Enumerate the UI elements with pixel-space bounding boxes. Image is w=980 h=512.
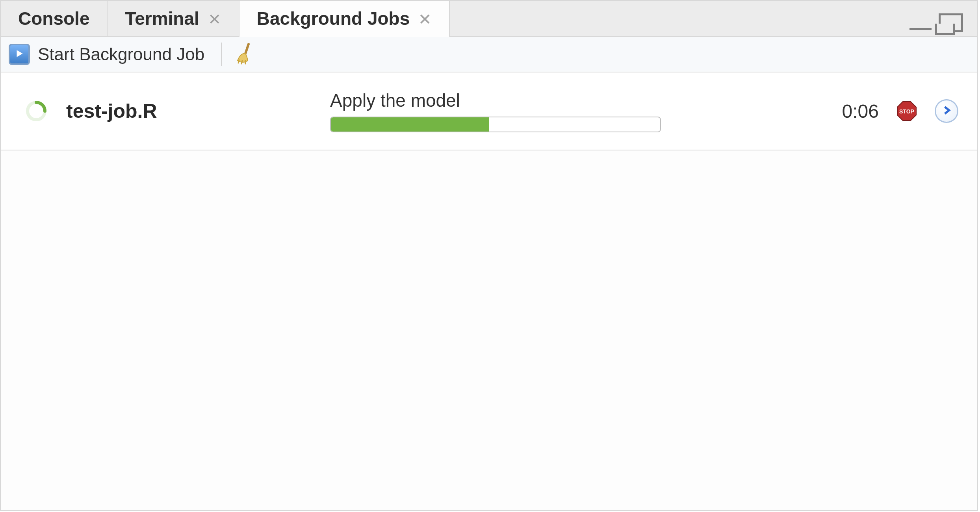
window-controls <box>909 1 977 36</box>
job-row: test-job.R Apply the model 0:06 STOP <box>1 72 977 150</box>
start-job-label: Start Background Job <box>38 45 204 64</box>
tab-console[interactable]: Console <box>1 1 108 36</box>
jobs-toolbar: Start Background Job <box>1 37 977 72</box>
tab-background-jobs[interactable]: Background Jobs ✕ <box>239 1 450 36</box>
tab-label: Console <box>18 8 89 29</box>
start-job-button[interactable] <box>9 44 30 65</box>
minimize-icon <box>909 23 932 30</box>
spinner-icon <box>24 99 48 123</box>
stop-icon: STOP <box>896 116 917 123</box>
tab-label: Terminal <box>125 8 199 29</box>
job-list: test-job.R Apply the model 0:06 STOP <box>1 72 977 150</box>
minimize-button[interactable] <box>909 18 932 32</box>
clear-jobs-button[interactable] <box>234 43 256 66</box>
tab-label: Background Jobs <box>257 8 410 29</box>
maximize-button[interactable] <box>939 13 963 32</box>
broom-icon <box>234 59 256 66</box>
stop-job-button[interactable]: STOP <box>896 100 917 122</box>
job-name: test-job.R <box>66 100 157 122</box>
tab-terminal[interactable]: Terminal ✕ <box>108 1 239 36</box>
background-jobs-panel: Console Terminal ✕ Background Jobs ✕ Sta… <box>0 0 978 511</box>
toolbar-divider <box>221 43 222 66</box>
job-elapsed-time: 0:06 <box>842 100 879 122</box>
svg-text:STOP: STOP <box>899 108 914 115</box>
play-icon <box>14 48 24 60</box>
close-icon[interactable]: ✕ <box>208 10 221 27</box>
tab-strip: Console Terminal ✕ Background Jobs ✕ <box>1 1 977 37</box>
job-progress-fill <box>331 117 489 132</box>
chevron-right-icon <box>941 105 952 117</box>
job-status-text: Apply the model <box>330 90 685 111</box>
empty-area <box>1 150 977 510</box>
job-progress-bar <box>330 117 661 132</box>
close-icon[interactable]: ✕ <box>418 10 432 27</box>
job-details-button[interactable] <box>935 99 958 123</box>
